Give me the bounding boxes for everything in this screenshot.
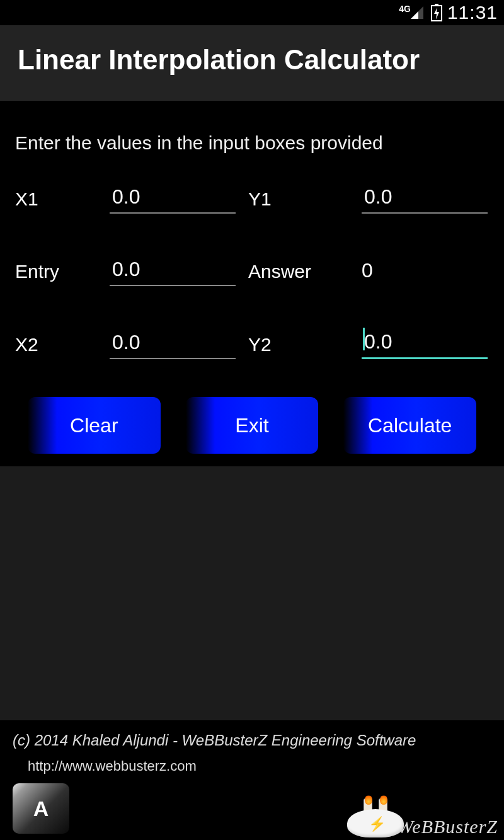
network-4g-indicator: 4G: [399, 5, 425, 20]
app-title: Linear Interpolation Calculator: [18, 44, 486, 76]
y2-input[interactable]: [362, 330, 488, 359]
button-row: Clear Exit Calculate: [15, 397, 489, 454]
logo-text: WeBBusterZ: [398, 816, 498, 837]
y1-input[interactable]: [362, 185, 488, 214]
instruction-text: Enter the values in the input boxes prov…: [15, 132, 489, 154]
calculate-button[interactable]: Calculate: [343, 397, 476, 454]
answer-value: 0: [362, 259, 488, 286]
clear-button[interactable]: Clear: [28, 397, 161, 454]
battery-charging-icon: [431, 4, 442, 21]
x2-input[interactable]: [110, 331, 236, 359]
footer: (c) 2014 Khaled Aljundi - WeBBusterZ Eng…: [0, 720, 504, 840]
website-url: http://www.webbusterz.com: [28, 758, 491, 774]
webbusterz-logo: ⚡ WeBBusterZ: [347, 793, 498, 837]
badge-a-label: A: [33, 797, 49, 821]
y2-label: Y2: [248, 334, 349, 359]
x1-input[interactable]: [110, 185, 236, 214]
entry-label: Entry: [15, 261, 97, 286]
copyright-text: (c) 2014 Khaled Aljundi - WeBBusterZ Eng…: [13, 732, 491, 749]
answer-label: Answer: [248, 261, 349, 286]
x1-label: X1: [15, 188, 97, 214]
y2-field-wrapper: [362, 330, 488, 359]
badge-a-button[interactable]: A: [13, 783, 69, 834]
y1-label: Y1: [248, 188, 349, 214]
clock: 11:31: [447, 2, 498, 23]
entry-input[interactable]: [110, 258, 236, 286]
network-label: 4G: [399, 4, 411, 14]
input-grid: X1 Y1 Entry Answer 0 X2 Y2: [15, 185, 489, 359]
x2-label: X2: [15, 334, 97, 359]
signal-icon: [410, 5, 425, 20]
exit-button[interactable]: Exit: [186, 397, 319, 454]
status-bar: 4G 11:31: [0, 0, 504, 25]
empty-spacer: [0, 466, 504, 720]
main-content: Enter the values in the input boxes prov…: [0, 101, 504, 466]
logo-cloud-icon: ⚡: [347, 793, 404, 837]
app-title-bar: Linear Interpolation Calculator: [0, 25, 504, 101]
